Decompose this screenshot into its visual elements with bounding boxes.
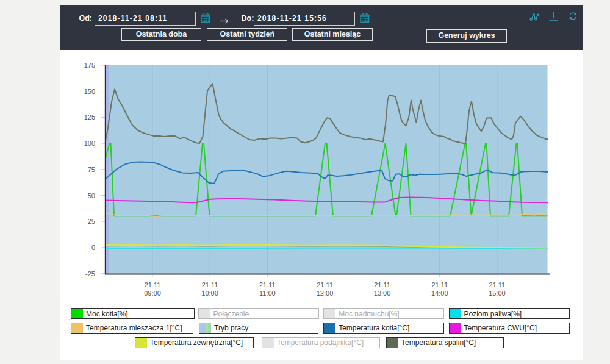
svg-text:15:00: 15:00 <box>489 290 506 297</box>
svg-text:175: 175 <box>84 62 95 69</box>
svg-text:50: 50 <box>88 192 95 199</box>
svg-text:12:00: 12:00 <box>317 290 334 297</box>
svg-text:75: 75 <box>88 166 95 173</box>
svg-text:150: 150 <box>84 88 95 95</box>
svg-text:21.11: 21.11 <box>145 281 161 288</box>
svg-text:-25: -25 <box>85 270 95 277</box>
svg-text:21.11: 21.11 <box>489 281 506 288</box>
svg-text:100: 100 <box>84 140 95 147</box>
svg-text:21.11: 21.11 <box>259 281 276 288</box>
svg-text:14:00: 14:00 <box>431 290 448 297</box>
svg-text:13:00: 13:00 <box>374 290 391 297</box>
svg-text:09:00: 09:00 <box>144 290 161 297</box>
svg-text:11:00: 11:00 <box>259 290 276 297</box>
svg-text:25: 25 <box>88 218 95 225</box>
svg-text:0: 0 <box>92 244 95 251</box>
svg-text:125: 125 <box>84 113 95 121</box>
svg-text:21.11: 21.11 <box>202 281 218 288</box>
svg-text:10:00: 10:00 <box>201 290 218 297</box>
svg-text:21.11: 21.11 <box>431 281 448 288</box>
svg-text:21.11: 21.11 <box>374 281 390 288</box>
svg-text:21.11: 21.11 <box>317 281 333 288</box>
